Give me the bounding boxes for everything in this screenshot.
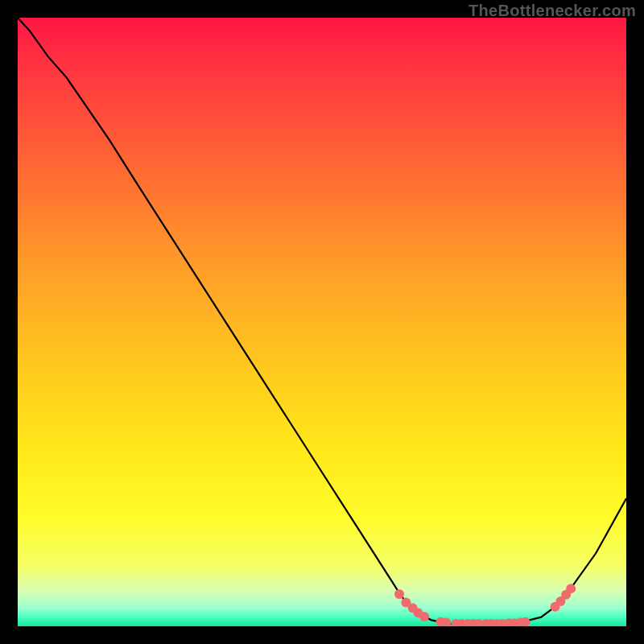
- marker-dot: [566, 584, 576, 593]
- chart-plot: [18, 18, 626, 626]
- chart-background: [18, 18, 626, 626]
- marker-dot: [394, 589, 404, 599]
- marker-dot: [419, 612, 429, 621]
- watermark: TheBottlenecker.com: [469, 2, 636, 20]
- chart-frame: TheBottlenecker.com: [0, 0, 644, 644]
